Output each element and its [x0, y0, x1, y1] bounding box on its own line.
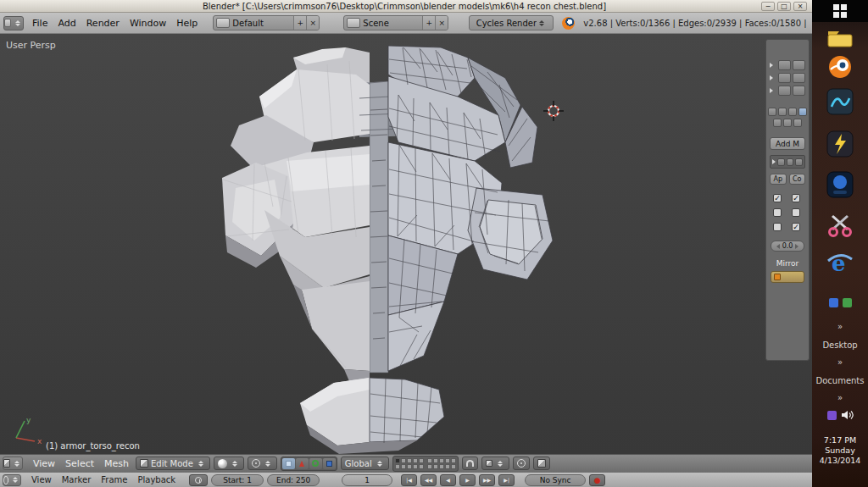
scale-toggle[interactable] — [323, 458, 336, 469]
transform-orientation-dropdown[interactable]: Global — [341, 457, 389, 470]
layer-toggle[interactable] — [407, 458, 412, 463]
layer-toggle[interactable] — [451, 458, 456, 463]
modifier-render-toggle[interactable] — [787, 158, 794, 166]
manipulator-toggle[interactable] — [282, 458, 295, 469]
jump-to-end-button[interactable]: ▶| — [498, 474, 515, 486]
toolbar-expand-chevron[interactable]: » — [812, 357, 868, 367]
modifier-expand-icon[interactable] — [772, 159, 776, 164]
apply-button[interactable]: Ap — [770, 174, 787, 185]
editor-type-button[interactable] — [3, 16, 24, 30]
menu-window[interactable]: Window — [125, 18, 171, 29]
copy-button[interactable]: Co — [789, 174, 806, 185]
checkbox-vertex-groups[interactable]: ✓ — [792, 223, 800, 231]
record-button[interactable]: ● — [589, 474, 605, 486]
preview-range-toggle[interactable] — [189, 474, 208, 486]
view3d-editor-type-button[interactable] — [3, 457, 23, 470]
layer-toggle[interactable] — [433, 464, 438, 469]
minimize-button[interactable]: − — [761, 2, 775, 11]
panel-mini-button[interactable] — [778, 73, 791, 83]
tab-texture[interactable] — [793, 119, 802, 127]
timeline-editor-type-button[interactable] — [3, 474, 21, 486]
model-right-half-wireframe[interactable] — [388, 46, 553, 371]
panel-expand-icon[interactable] — [770, 88, 773, 93]
layer-toggle[interactable] — [419, 458, 424, 463]
opengl-render-anim-button[interactable] — [533, 457, 550, 470]
viewport-3d[interactable]: User Persp x y (1) armor_torso_recon — [0, 34, 812, 454]
add-layout-button[interactable]: + — [293, 16, 306, 30]
checkbox-merge[interactable]: ✓ — [792, 194, 800, 202]
translate-toggle[interactable] — [296, 458, 309, 469]
snap-element-dropdown[interactable] — [481, 457, 509, 470]
play-reverse-button[interactable]: ◀ — [440, 474, 456, 486]
delete-layout-button[interactable]: × — [306, 16, 319, 30]
current-frame-field[interactable]: 1 — [342, 474, 392, 486]
layer-toggle[interactable] — [419, 464, 424, 469]
menu-marker[interactable]: Marker — [58, 475, 95, 484]
layer-toggle[interactable] — [439, 464, 444, 469]
layer-toggle[interactable] — [413, 464, 418, 469]
layer-toggle[interactable] — [413, 458, 418, 463]
layer-toggle[interactable] — [451, 464, 456, 469]
panel-mini-button[interactable] — [778, 60, 791, 70]
tab-render[interactable] — [768, 108, 776, 116]
tab-modifiers[interactable] — [798, 108, 807, 116]
checkbox-axis-z[interactable] — [773, 223, 782, 231]
menu-file[interactable]: File — [27, 18, 53, 29]
mirror-object-field[interactable] — [771, 271, 804, 283]
layer-toggle[interactable] — [395, 464, 400, 469]
panel-mini-button[interactable] — [793, 73, 805, 83]
slider-right-arrow[interactable] — [795, 244, 798, 249]
menu-add[interactable]: Add — [53, 18, 81, 29]
menu-view[interactable]: View — [30, 458, 58, 469]
viewport-shading-dropdown[interactable] — [214, 457, 244, 470]
pivot-point-dropdown[interactable] — [248, 457, 277, 470]
viewport-canvas[interactable] — [0, 34, 812, 454]
media-player-shortcut[interactable] — [812, 86, 868, 117]
jump-to-start-button[interactable]: |◀ — [401, 474, 417, 486]
start-frame-field[interactable]: Start: 1 — [211, 474, 264, 486]
add-modifier-button[interactable]: Add M — [770, 137, 805, 150]
opengl-render-button[interactable] — [513, 457, 530, 470]
panel-mini-button[interactable] — [793, 60, 805, 70]
close-button[interactable]: × — [793, 2, 807, 11]
slider-left-arrow[interactable] — [776, 244, 780, 249]
layer-toggle[interactable] — [401, 458, 406, 463]
modifier-view-toggle[interactable] — [795, 158, 803, 166]
game-shortcut[interactable] — [812, 169, 868, 200]
checkbox-axis-y[interactable] — [773, 208, 782, 217]
tray-app-icon[interactable] — [829, 298, 838, 307]
toolbar-expand-chevron[interactable]: » — [812, 393, 868, 402]
tab-object[interactable] — [788, 108, 797, 116]
sync-mode-dropdown[interactable]: No Sync — [525, 474, 586, 486]
volume-icon[interactable] — [841, 410, 854, 420]
tab-material[interactable] — [783, 119, 792, 127]
delete-scene-button[interactable]: × — [435, 16, 448, 30]
toolbar-label-documents[interactable]: Documents — [812, 376, 868, 385]
panel-expand-icon[interactable] — [770, 63, 773, 68]
taskbar-clock[interactable]: 7:17 PM Sunday 4/13/2014 — [812, 435, 868, 466]
toolbar-label-desktop[interactable]: Desktop — [812, 340, 868, 350]
layer-toggle[interactable] — [433, 458, 438, 463]
play-button[interactable]: ▶ — [459, 474, 476, 486]
menu-frame[interactable]: Frame — [97, 475, 131, 484]
merge-limit-slider[interactable]: 0.0 — [771, 241, 804, 252]
scene-selector[interactable]: Scene + × — [343, 15, 448, 30]
menu-playback[interactable]: Playback — [134, 475, 179, 484]
layer-toggle[interactable] — [401, 464, 406, 469]
tab-scene[interactable] — [778, 108, 787, 116]
panel-expand-icon[interactable] — [770, 75, 773, 80]
previous-keyframe-button[interactable]: ◀◀ — [420, 474, 437, 486]
panel-mini-button[interactable] — [778, 86, 791, 96]
menu-help[interactable]: Help — [171, 18, 203, 29]
checkbox-axis-x[interactable]: ✓ — [773, 194, 782, 202]
winamp-shortcut[interactable] — [812, 129, 868, 159]
internet-explorer-shortcut[interactable]: e — [812, 249, 868, 278]
menu-view[interactable]: View — [28, 475, 55, 484]
layer-toggle[interactable] — [439, 458, 444, 463]
render-engine-dropdown[interactable]: Cycles Render — [469, 15, 554, 30]
end-frame-field[interactable]: End: 250 — [267, 474, 320, 486]
mirror-modifier-header[interactable] — [770, 155, 805, 169]
layer-toggle[interactable] — [407, 464, 412, 469]
toolbar-expand-chevron[interactable]: » — [812, 322, 868, 331]
layer-toggle[interactable] — [427, 458, 432, 463]
